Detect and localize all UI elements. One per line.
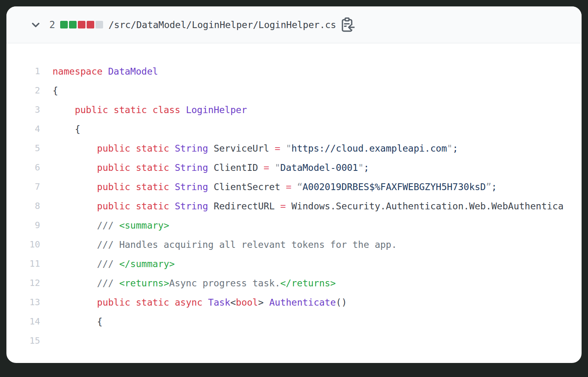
code-line: 10 /// Handles acquiring all relevant to… — [6, 235, 582, 254]
line-number: 6 — [6, 158, 40, 177]
line-number: 10 — [6, 235, 40, 254]
code-line-content: public static String ClientID = "DataMod… — [40, 158, 369, 177]
diff-block-neutral — [95, 21, 103, 28]
line-number: 11 — [6, 254, 40, 274]
chevron-down-icon — [30, 19, 41, 30]
line-number: 9 — [6, 216, 40, 235]
code-line: 15 — [6, 331, 582, 351]
code-line-content: public static class LoginHelper — [40, 100, 247, 120]
line-number: 4 — [6, 120, 40, 139]
code-line-content: public static String ClientSecret = “A00… — [40, 177, 497, 197]
line-number: 1 — [6, 62, 40, 81]
diff-block-deletion — [87, 21, 94, 28]
line-number: 2 — [6, 81, 40, 100]
line-number: 13 — [6, 293, 40, 312]
code-line: 11 /// </summary> — [6, 254, 582, 274]
code-line: 7 public static String ClientSecret = “A… — [6, 177, 582, 197]
code-line-content: public static String RedirectURL = Windo… — [40, 197, 564, 216]
code-line-content: /// Handles acquiring all relevant token… — [40, 235, 397, 254]
line-number: 8 — [6, 197, 40, 216]
line-number: 7 — [6, 177, 40, 197]
changes-count: 2 — [49, 19, 55, 30]
diff-block-addition — [60, 21, 68, 28]
code-line: 13 public static async Task<bool> Authen… — [6, 293, 582, 312]
code-line: 14 { — [6, 312, 582, 331]
code-line: 8 public static String RedirectURL = Win… — [6, 197, 582, 216]
collapse-file-button[interactable] — [30, 19, 41, 30]
line-number: 5 — [6, 139, 40, 158]
code-line-content: { — [40, 81, 58, 100]
line-number: 15 — [6, 331, 40, 351]
code-line-content — [40, 331, 53, 351]
code-line: 3 public static class LoginHelper — [6, 100, 582, 120]
code-line-content: /// <summary> — [40, 216, 169, 235]
code-line: 12 /// <returns>Async progress task.</re… — [6, 274, 582, 293]
code-line-content: { — [40, 120, 80, 139]
line-number: 3 — [6, 100, 40, 120]
code-line-content: { — [40, 312, 103, 331]
line-number: 14 — [6, 312, 40, 331]
code-line: 9 /// <summary> — [6, 216, 582, 235]
code-line: 2{ — [6, 81, 582, 100]
code-block: 1namespace DataModel2{3 public static cl… — [6, 43, 582, 363]
clipboard-paste-icon — [340, 17, 355, 32]
diff-block-addition — [69, 21, 77, 28]
copy-path-button[interactable] — [339, 17, 355, 33]
file-path: /src/DataModel/LoginHelper/LoginHelper.c… — [108, 20, 336, 30]
code-line-content: namespace DataModel — [40, 62, 158, 81]
code-line: 5 public static String ServiceUrl = "htt… — [6, 139, 582, 158]
file-header: 2 /src/DataModel/LoginHelper/LoginHelper… — [6, 6, 582, 43]
line-number: 12 — [6, 274, 40, 293]
code-line-content: /// </summary> — [40, 254, 175, 274]
code-line-content: public static async Task<bool> Authentic… — [40, 293, 347, 312]
diff-stat-blocks — [60, 21, 103, 28]
diff-block-deletion — [78, 21, 85, 28]
code-line-content: /// <returns>Async progress task.</retur… — [40, 274, 336, 293]
code-line: 6 public static String ClientID = "DataM… — [6, 158, 582, 177]
code-line: 1namespace DataModel — [6, 62, 582, 81]
code-line: 4 { — [6, 120, 582, 139]
file-diff-card: 2 /src/DataModel/LoginHelper/LoginHelper… — [6, 6, 582, 363]
code-line-content: public static String ServiceUrl = "https… — [40, 139, 458, 158]
